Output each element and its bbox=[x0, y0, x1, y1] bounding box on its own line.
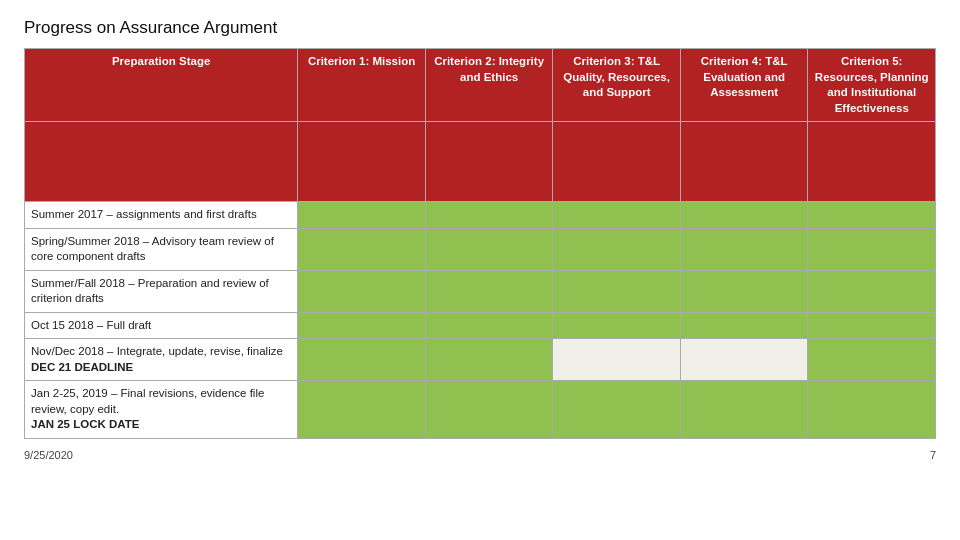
criterion-cell bbox=[680, 381, 808, 439]
criterion-cell bbox=[298, 202, 426, 229]
criterion-cell bbox=[680, 312, 808, 339]
table-header-row: Preparation StageCriterion 1: MissionCri… bbox=[25, 49, 936, 122]
criterion-cell bbox=[808, 339, 936, 381]
criterion-cell bbox=[298, 381, 426, 439]
criterion-cell bbox=[553, 339, 681, 381]
col-header-c2: Criterion 2: Integrity and Ethics bbox=[425, 49, 553, 122]
col-header-stage: Preparation Stage bbox=[25, 49, 298, 122]
col-header-c5: Criterion 5: Resources, Planning and Ins… bbox=[808, 49, 936, 122]
criterion-cell bbox=[553, 228, 681, 270]
criterion-cell bbox=[553, 381, 681, 439]
stage-label: Jan 2-25, 2019 – Final revisions, eviden… bbox=[25, 381, 298, 439]
criterion-cell bbox=[808, 312, 936, 339]
criterion-cell bbox=[808, 228, 936, 270]
criterion-cell bbox=[425, 270, 553, 312]
criterion-cell bbox=[425, 312, 553, 339]
criterion-cell bbox=[553, 312, 681, 339]
page-title: Progress on Assurance Argument bbox=[24, 18, 936, 38]
criterion-cell bbox=[808, 202, 936, 229]
criterion-cell bbox=[808, 270, 936, 312]
table-row: Jan 2-25, 2019 – Final revisions, eviden… bbox=[25, 381, 936, 439]
footer-date: 9/25/2020 bbox=[24, 449, 73, 461]
footer-page: 7 bbox=[930, 449, 936, 461]
table-row: Oct 15 2018 – Full draft bbox=[25, 312, 936, 339]
table-row: Summer 2017 – assignments and first draf… bbox=[25, 202, 936, 229]
col-header-c4: Criterion 4: T&L Evaluation and Assessme… bbox=[680, 49, 808, 122]
col-header-c3: Criterion 3: T&L Quality, Resources, and… bbox=[553, 49, 681, 122]
stage-label: Oct 15 2018 – Full draft bbox=[25, 312, 298, 339]
criterion-cell bbox=[298, 228, 426, 270]
stage-label: Nov/Dec 2018 – Integrate, update, revise… bbox=[25, 339, 298, 381]
criterion-cell bbox=[553, 202, 681, 229]
criterion-cell bbox=[425, 228, 553, 270]
table-row bbox=[25, 122, 936, 202]
stage-label: Spring/Summer 2018 – Advisory team revie… bbox=[25, 228, 298, 270]
criterion-cell bbox=[298, 270, 426, 312]
criterion-cell bbox=[298, 339, 426, 381]
criterion-cell bbox=[808, 381, 936, 439]
progress-table: Preparation StageCriterion 1: MissionCri… bbox=[24, 48, 936, 439]
table-row: Spring/Summer 2018 – Advisory team revie… bbox=[25, 228, 936, 270]
table-row: Nov/Dec 2018 – Integrate, update, revise… bbox=[25, 339, 936, 381]
table-row: Summer/Fall 2018 – Preparation and revie… bbox=[25, 270, 936, 312]
criterion-cell bbox=[553, 270, 681, 312]
criterion-cell bbox=[425, 202, 553, 229]
criterion-cell bbox=[425, 339, 553, 381]
stage-label: Summer/Fall 2018 – Preparation and revie… bbox=[25, 270, 298, 312]
criterion-cell bbox=[680, 228, 808, 270]
criterion-cell bbox=[680, 202, 808, 229]
criterion-cell bbox=[425, 381, 553, 439]
criterion-cell bbox=[680, 270, 808, 312]
criterion-cell bbox=[680, 339, 808, 381]
stage-label: Summer 2017 – assignments and first draf… bbox=[25, 202, 298, 229]
col-header-c1: Criterion 1: Mission bbox=[298, 49, 426, 122]
criterion-cell bbox=[298, 312, 426, 339]
